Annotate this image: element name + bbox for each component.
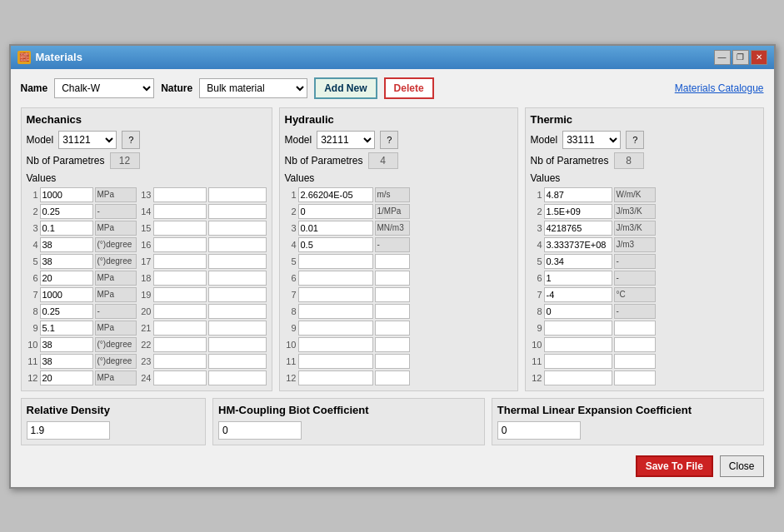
thermic-help-button[interactable]: ? xyxy=(626,131,644,149)
hydraulic-nb-row: Nb of Parametres xyxy=(285,152,512,169)
mech-val-4[interactable] xyxy=(40,237,93,252)
mech-val-18[interactable] xyxy=(153,271,207,286)
mech-val-19[interactable] xyxy=(153,287,207,302)
mech-val-17[interactable] xyxy=(153,254,207,269)
catalogue-link[interactable]: Materials Catalogue xyxy=(675,82,764,94)
therm-val-2[interactable] xyxy=(544,204,612,219)
mech-val-1[interactable] xyxy=(40,187,93,202)
hyd-unit-7 xyxy=(375,287,410,302)
delete-button[interactable]: Delete xyxy=(384,77,434,99)
hydraulic-model-select[interactable]: 32111 xyxy=(317,131,375,149)
mech-row-18: 18 xyxy=(140,271,267,286)
mech-row-8: 8 - xyxy=(27,304,137,319)
minimize-button[interactable]: — xyxy=(714,50,731,65)
mech-val-5[interactable] xyxy=(40,254,93,269)
mech-extra-14[interactable] xyxy=(208,204,267,219)
hyd-val-6[interactable] xyxy=(298,271,373,286)
mech-extra-16[interactable] xyxy=(208,237,267,252)
mech-extra-15[interactable] xyxy=(208,221,267,236)
mech-val-10[interactable] xyxy=(40,337,93,352)
add-new-button[interactable]: Add New xyxy=(314,77,377,99)
hyd-val-1[interactable] xyxy=(298,187,373,202)
therm-val-10[interactable] xyxy=(544,337,612,352)
mechanics-model-select[interactable]: 31121 xyxy=(58,131,117,149)
therm-val-12[interactable] xyxy=(544,370,612,385)
mech-val-16[interactable] xyxy=(153,237,207,252)
mech-val-2[interactable] xyxy=(40,204,93,219)
hyd-val-5[interactable] xyxy=(298,254,373,269)
therm-val-9[interactable] xyxy=(544,321,612,336)
mech-row-24: 24 xyxy=(140,370,267,385)
mech-extra-22[interactable] xyxy=(208,337,267,352)
mechanics-values-grid: 1 MPa 2 - 3 MPa xyxy=(27,187,267,385)
thermic-model-select[interactable]: 33111 xyxy=(562,131,621,149)
mech-row-6: 6 MPa xyxy=(27,271,137,286)
rel-density-input[interactable] xyxy=(27,421,110,440)
therm-val-8[interactable] xyxy=(544,304,612,319)
hyd-val-2[interactable] xyxy=(298,204,373,219)
hydraulic-help-button[interactable]: ? xyxy=(380,131,398,149)
therm-val-7[interactable] xyxy=(544,287,612,302)
therm-val-6[interactable] xyxy=(544,271,612,286)
mech-val-11[interactable] xyxy=(40,354,93,369)
mech-val-23[interactable] xyxy=(153,354,207,369)
mech-extra-13[interactable] xyxy=(208,187,267,202)
mech-val-14[interactable] xyxy=(153,204,207,219)
mech-extra-23[interactable] xyxy=(208,354,267,369)
mech-val-8[interactable] xyxy=(40,304,93,319)
close-window-button[interactable]: ✕ xyxy=(751,50,767,65)
mech-extra-21[interactable] xyxy=(208,321,267,336)
hm-coupling-input[interactable] xyxy=(218,421,302,440)
mech-val-22[interactable] xyxy=(153,337,207,352)
hyd-val-12[interactable] xyxy=(298,370,373,385)
therm-row-9: 9 xyxy=(531,321,758,336)
hyd-val-3[interactable] xyxy=(298,221,373,236)
restore-button[interactable]: ❐ xyxy=(732,50,749,65)
mech-unit-12: MPa xyxy=(95,370,137,385)
title-bar-left: 🧱 Materials xyxy=(17,51,82,64)
hyd-val-7[interactable] xyxy=(298,287,373,302)
therm-val-4[interactable] xyxy=(544,237,612,252)
close-button[interactable]: Close xyxy=(720,455,764,477)
mech-row-5: 5 (°)degree xyxy=(27,254,137,269)
mech-val-13[interactable] xyxy=(153,187,207,202)
hyd-val-4[interactable] xyxy=(298,237,373,252)
therm-val-3[interactable] xyxy=(544,221,612,236)
mech-extra-18[interactable] xyxy=(208,271,267,286)
hyd-val-10[interactable] xyxy=(298,337,373,352)
mech-extra-19[interactable] xyxy=(208,287,267,302)
mech-val-7[interactable] xyxy=(40,287,93,302)
mech-val-12[interactable] xyxy=(40,370,93,385)
mech-val-15[interactable] xyxy=(153,221,207,236)
hyd-row-3: 3MN/m3 xyxy=(285,221,512,236)
therm-val-11[interactable] xyxy=(544,354,612,369)
mechanics-help-button[interactable]: ? xyxy=(122,131,140,149)
name-select[interactable]: Chalk-W xyxy=(54,78,154,98)
therm-val-1[interactable] xyxy=(544,187,612,202)
mech-unit-9: MPa xyxy=(95,321,137,336)
mech-extra-24[interactable] xyxy=(208,370,267,385)
mech-val-21[interactable] xyxy=(153,321,207,336)
mech-val-9[interactable] xyxy=(40,321,93,336)
thermic-values-label: Values xyxy=(531,172,758,184)
hyd-val-11[interactable] xyxy=(298,354,373,369)
mech-extra-20[interactable] xyxy=(208,304,267,319)
app-icon: 🧱 xyxy=(17,51,31,64)
hyd-val-8[interactable] xyxy=(298,304,373,319)
mech-val-6[interactable] xyxy=(40,271,93,286)
nature-select[interactable]: Bulk material xyxy=(199,78,307,98)
mech-val-24[interactable] xyxy=(153,370,207,385)
thermal-exp-input[interactable] xyxy=(497,421,581,440)
thermic-values: 1W/m/K 2J/m3/K 3J/m3/K 4J/m3 5- 6- 7°C 8… xyxy=(531,187,758,385)
hyd-val-9[interactable] xyxy=(298,321,373,336)
mech-extra-17[interactable] xyxy=(208,254,267,269)
title-bar: 🧱 Materials — ❐ ✕ xyxy=(11,46,774,69)
rel-density-title: Relative Density xyxy=(27,404,201,416)
therm-row-2: 2J/m3/K xyxy=(531,204,758,219)
save-to-file-button[interactable]: Save To File xyxy=(636,455,713,477)
thermal-exp-title: Thermal Linear Expansion Coefficient xyxy=(497,404,758,416)
therm-val-5[interactable] xyxy=(544,254,612,269)
mech-val-20[interactable] xyxy=(153,304,207,319)
mech-val-3[interactable] xyxy=(40,221,93,236)
mechanics-col2: 13 14 15 16 17 18 19 20 21 22 23 24 xyxy=(140,187,267,385)
